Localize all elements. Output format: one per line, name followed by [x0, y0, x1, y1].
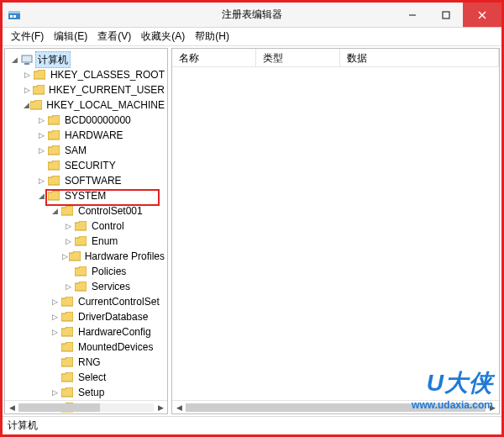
folder-icon	[60, 297, 74, 307]
scroll-thumb[interactable]	[186, 403, 486, 412]
tree-enum[interactable]: ▷Enum	[7, 234, 167, 249]
tree-mounteddevices[interactable]: MountedDevices	[7, 340, 167, 355]
folder-icon	[60, 372, 74, 382]
values-header: 名称 类型 数据	[172, 49, 499, 67]
tree-label: HardwareConfig	[76, 324, 154, 340]
expand-icon[interactable]: ▷	[62, 249, 69, 264]
expand-icon[interactable]: ▷	[35, 128, 47, 143]
expand-icon[interactable]: ▷	[62, 234, 74, 249]
tree-label: Setup	[76, 385, 107, 400]
tree-label: HKEY_LOCAL_MACHINE	[44, 97, 167, 113]
expand-icon[interactable]: ▷	[49, 385, 60, 400]
folder-icon	[47, 130, 60, 140]
col-data[interactable]: 数据	[340, 49, 499, 66]
values-list[interactable]	[172, 67, 499, 400]
scroll-left-icon[interactable]: ◀	[5, 401, 18, 414]
folder-icon	[47, 115, 60, 125]
values-hscrollbar[interactable]: ◀ ▶	[172, 400, 499, 413]
tree-setup[interactable]: ▷Setup	[7, 385, 167, 400]
tree-root[interactable]: ◢ 计算机	[7, 52, 167, 67]
tree-hscrollbar[interactable]: ◀ ▶	[5, 400, 167, 413]
collapse-icon[interactable]: ◢	[8, 52, 20, 67]
tree-currentcontrolset[interactable]: ▷CurrentControlSet	[7, 294, 167, 309]
scroll-thumb[interactable]	[18, 403, 100, 412]
scroll-right-icon[interactable]: ▶	[486, 401, 499, 414]
tree-label: SOFTWARE	[62, 173, 124, 188]
folder-icon	[69, 251, 81, 261]
tree-hardware[interactable]: ▷HARDWARE	[7, 128, 167, 143]
menu-favorites[interactable]: 收藏夹(A)	[138, 28, 188, 45]
tree-driverdatabase[interactable]: ▷DriverDatabase	[7, 309, 167, 324]
menu-edit[interactable]: 编辑(E)	[50, 28, 91, 45]
scroll-right-icon[interactable]: ▶	[154, 401, 167, 414]
svg-rect-8	[22, 55, 32, 62]
expand-icon[interactable]: ▷	[49, 294, 60, 309]
menubar: 文件(F) 编辑(E) 查看(V) 收藏夹(A) 帮助(H)	[3, 28, 501, 46]
collapse-icon[interactable]: ◢	[35, 188, 47, 203]
expand-icon[interactable]: ▷	[62, 218, 74, 234]
tree-label: Control	[89, 218, 127, 234]
folder-icon	[60, 327, 74, 337]
collapse-icon[interactable]: ◢	[49, 203, 60, 218]
folder-icon	[74, 236, 87, 246]
scroll-track[interactable]	[186, 403, 486, 412]
folder-icon	[60, 206, 74, 216]
svg-rect-9	[24, 63, 29, 65]
tree-security[interactable]: SECURITY	[7, 158, 167, 173]
expand-icon[interactable]: ▷	[22, 67, 34, 82]
tree-label: RNG	[76, 355, 103, 370]
expand-icon[interactable]: ▷	[49, 309, 60, 324]
tree-control[interactable]: ▷Control	[7, 218, 167, 234]
folder-icon	[74, 221, 87, 231]
tree-label: Hardware Profiles	[82, 249, 167, 264]
tree-hklm[interactable]: ◢ HKEY_LOCAL_MACHINE	[7, 97, 167, 113]
folder-icon	[74, 266, 87, 276]
tree-label: HKEY_CLASSES_ROOT	[48, 67, 167, 82]
collapse-icon[interactable]: ◢	[22, 97, 30, 113]
tree-hkcr[interactable]: ▷ HKEY_CLASSES_ROOT	[7, 67, 167, 82]
expand-icon[interactable]: ▷	[35, 173, 47, 188]
statusbar: 计算机	[3, 416, 501, 434]
folder-icon	[60, 312, 74, 322]
expand-icon[interactable]: ▷	[35, 113, 47, 128]
col-type[interactable]: 类型	[256, 49, 340, 66]
tree-label: Services	[89, 279, 133, 294]
col-name[interactable]: 名称	[172, 49, 256, 66]
tree-hwprofiles[interactable]: ▷Hardware Profiles	[7, 249, 167, 264]
folder-icon	[30, 100, 42, 110]
tree-controlset001[interactable]: ◢ControlSet001	[7, 203, 167, 218]
values-pane[interactable]: 名称 类型 数据 ◀ ▶	[171, 48, 500, 414]
expand-icon[interactable]: ▷	[62, 279, 74, 294]
tree-label: HKEY_CURRENT_USER	[46, 82, 167, 97]
tree-rng[interactable]: RNG	[7, 355, 167, 370]
tree-services[interactable]: ▷Services	[7, 279, 167, 294]
tree-bcd[interactable]: ▷BCD00000000	[7, 113, 167, 128]
tree-label: Select	[76, 370, 108, 385]
tree-system[interactable]: ◢SYSTEM	[7, 188, 167, 203]
folder-icon	[74, 282, 87, 292]
tree-hardwareconfig[interactable]: ▷HardwareConfig	[7, 324, 167, 340]
registry-editor-window: 注册表编辑器 文件(F) 编辑(E) 查看(V) 收藏夹(A) 帮助(H) ◢	[0, 0, 504, 437]
tree-select[interactable]: Select	[7, 370, 167, 385]
menu-file[interactable]: 文件(F)	[8, 28, 47, 45]
tree-hkcu[interactable]: ▷ HKEY_CURRENT_USER	[7, 82, 167, 97]
status-text: 计算机	[8, 419, 38, 433]
tree-label: CurrentControlSet	[76, 294, 162, 309]
folder-icon	[60, 342, 74, 352]
scroll-track[interactable]	[18, 403, 154, 412]
folder-icon	[47, 176, 60, 186]
tree-label: HARDWARE	[62, 128, 126, 143]
menu-view[interactable]: 查看(V)	[94, 28, 134, 45]
tree-sam[interactable]: ▷SAM	[7, 143, 167, 158]
menu-help[interactable]: 帮助(H)	[192, 28, 233, 45]
expand-icon[interactable]: ▷	[35, 143, 47, 158]
tree-label: DriverDatabase	[76, 309, 150, 324]
expand-icon[interactable]: ▷	[22, 82, 33, 97]
tree-pane[interactable]: ◢ 计算机 ▷ HKEY_CLASSES_ROOT ▷ HKEY_CURRENT…	[4, 48, 168, 414]
expand-icon[interactable]: ▷	[49, 324, 60, 340]
scroll-left-icon[interactable]: ◀	[172, 401, 186, 414]
titlebar[interactable]: 注册表编辑器	[3, 3, 501, 28]
tree-label: 计算机	[35, 51, 71, 68]
tree-policies[interactable]: Policies	[7, 264, 167, 279]
tree-software[interactable]: ▷SOFTWARE	[7, 173, 167, 188]
